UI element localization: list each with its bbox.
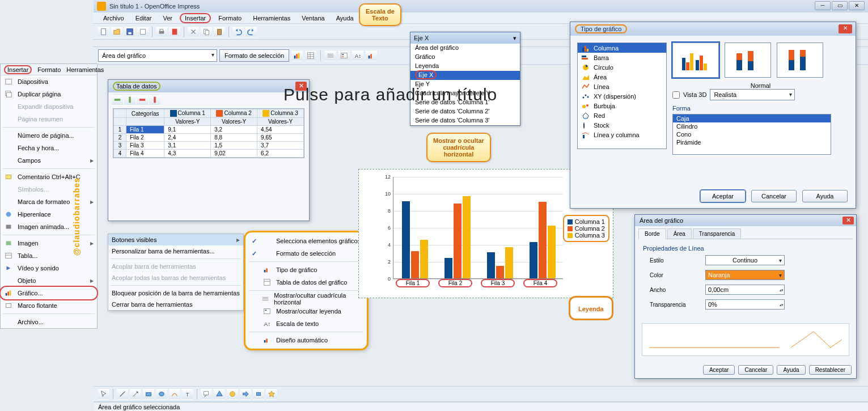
insert-tab[interactable]: Insertar [4,65,32,74]
insert-menu-item[interactable]: Comentario Ctrl+Alt+C [1,171,97,183]
shape-list[interactable]: CajaCilindroConoPirámide [672,114,831,155]
new-icon[interactable] [98,26,109,37]
insert-menu-item[interactable]: Gráfico... [1,287,97,299]
context-menu-item[interactable]: Personalizar barra de herramientas... [108,245,243,257]
legend-icon[interactable] [338,50,350,61]
menu-insertar[interactable]: Insertar [180,13,211,23]
shape-item[interactable]: Pirámide [673,138,831,146]
chart-type-item[interactable]: Columna [578,43,666,53]
context-menu-item[interactable]: Bloquear posición de la barra de herrami… [108,287,243,299]
auto-layout-icon[interactable] [366,50,377,61]
vista-3d-checkbox[interactable] [672,91,680,99]
menu-ayuda[interactable]: Ayuda [332,14,358,22]
submenu-item[interactable]: Mostrar/ocultar cuadrícula horizontal [245,293,367,305]
chart-type-item[interactable]: Red [578,111,666,120]
dropdown-item[interactable]: Gráfico [410,53,520,62]
grid-h-icon[interactable] [325,50,336,61]
chart-type-item[interactable]: XY (dispersión) [578,91,666,101]
data-grid[interactable]: CategoríasColumna 1Columna 2Columna 3Val… [113,108,304,158]
restablecer-button[interactable]: Restablecer [809,365,852,375]
chart-type-item[interactable]: Área [578,72,666,82]
ellipse-icon[interactable] [156,388,167,400]
delete-row-icon[interactable] [137,94,148,105]
ayuda-button[interactable]: Ayuda [802,190,848,202]
chart-type-item[interactable]: Círculo [578,62,666,72]
chart-type-item[interactable]: Línea y columna [578,130,666,139]
insert-row-icon[interactable] [112,94,123,105]
color-combo[interactable]: Naranja [705,270,785,280]
submenu-item[interactable]: Tabla de datos del gráfico [245,276,367,289]
tab-borde[interactable]: Borde [638,228,666,239]
cut-icon[interactable] [188,26,199,37]
chart-area-combo[interactable]: Área del gráfico [98,49,217,62]
symbol-shapes-icon[interactable] [227,388,238,400]
formato-tab[interactable]: Formato [37,66,61,73]
insert-menu-item[interactable]: Marco flotante [1,299,97,312]
submenu-item[interactable]: ✓Selecciona elementos gráficos [245,235,367,247]
shape-item[interactable]: Cono [673,130,831,138]
line-icon[interactable] [117,388,128,400]
insert-menu-item[interactable]: Objeto▶ [1,274,97,287]
insert-menu-item[interactable]: Marca de formateo▶ [1,196,97,208]
chart-type-item[interactable]: Burbuja [578,101,666,111]
data-table-icon[interactable] [305,50,316,61]
submenu-item[interactable]: Diseño automático [245,334,367,346]
dropdown-item-selected[interactable]: Eje X [410,71,520,80]
insert-menu-item[interactable]: Diapositiva [1,75,97,88]
tab-area[interactable]: Área [667,228,692,239]
context-menu-item[interactable]: Cerrar barra de herramientas [108,299,243,310]
aceptar-button[interactable]: Aceptar [703,365,735,375]
trans-spinner[interactable]: 0% [705,299,785,310]
chart-type-item[interactable]: Barra [578,53,666,62]
estilo-combo[interactable]: Continuo [705,255,785,265]
basic-shapes-icon[interactable] [214,388,225,400]
undo-icon[interactable] [232,26,244,37]
chart-type-item[interactable]: Stock [578,120,666,130]
submenu-item[interactable]: Tipo de gráfico [245,264,367,276]
block-arrows-icon[interactable] [240,388,251,400]
redo-icon[interactable] [245,26,257,37]
subtype-stacked[interactable] [725,43,771,78]
close-icon[interactable]: ✕ [839,24,852,33]
text-scale-icon[interactable]: A↕ [352,50,363,61]
format-selection-button[interactable]: Formato de selección [219,49,289,62]
herramientas-tab[interactable]: Herramientas [66,66,104,73]
select-icon[interactable] [98,388,109,400]
chart-type-list[interactable]: ColumnaBarraCírculoÁreaLíneaXY (dispersi… [577,43,667,149]
insert-menu-item[interactable]: Duplicar página [1,88,97,100]
chart-legend[interactable]: Columna 1Columna 2Columna 3 [563,215,609,242]
look-combo[interactable]: Realista [710,89,795,100]
insert-col-icon[interactable] [124,94,136,105]
subtype-percent[interactable] [777,43,823,78]
cancelar-button[interactable]: Cancelar [751,190,797,202]
delete-col-icon[interactable] [149,94,160,105]
close-button[interactable]: ✕ [849,1,865,10]
flowchart-icon[interactable] [253,388,264,400]
callout-icon[interactable] [201,388,212,400]
insert-menu-item[interactable]: Imagen▶ [1,237,97,249]
insert-menu-item[interactable]: Campos▶ [1,154,97,167]
tab-transparencia[interactable]: Transparencia [693,228,742,239]
insert-menu-item[interactable]: Vídeo y sonido [1,262,97,274]
chart-type-item[interactable]: Línea [578,82,666,91]
submenu-item[interactable]: ✓Formato de selección [245,247,367,260]
ayuda-button[interactable]: Ayuda [777,365,805,375]
submenu-item[interactable]: Mostrar/ocultar leyenda [245,305,367,317]
minimize-button[interactable]: ─ [815,1,831,10]
insert-menu-item[interactable]: Número de página... [1,129,97,142]
insert-menu-item[interactable]: Hiperenlace [1,208,97,221]
chart-type-icon[interactable] [291,50,303,61]
menu-ventana[interactable]: Ventana [298,14,328,22]
maximize-button[interactable]: ▭ [832,1,848,10]
rect-icon[interactable] [143,388,154,400]
menu-herramientas[interactable]: Herramientas [249,14,294,22]
submenu-item[interactable]: A↕Escala de texto [245,317,367,330]
shape-item[interactable]: Cilindro [673,122,831,130]
menu-formato[interactable]: Formato [214,14,245,22]
arrow-icon[interactable] [130,388,141,400]
aceptar-button[interactable]: Aceptar [700,190,746,202]
menu-archivo[interactable]: Archivo [99,14,128,22]
text-icon[interactable]: T [182,388,193,400]
insert-menu-item[interactable]: Tabla... [1,249,97,262]
cancelar-button[interactable]: Cancelar [738,365,773,375]
